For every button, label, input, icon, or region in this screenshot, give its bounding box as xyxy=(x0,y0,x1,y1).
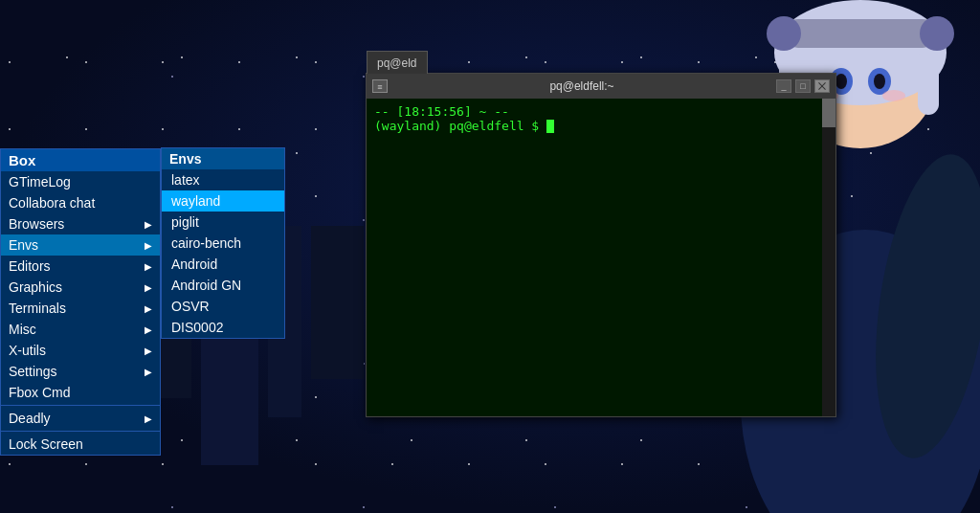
menu-item-deadly[interactable]: Deadly ▶ xyxy=(1,408,160,429)
svg-point-7 xyxy=(920,16,954,51)
menu-divider-2 xyxy=(1,431,160,432)
submenu-arrow-envs: ▶ xyxy=(145,240,152,251)
envs-item-wayland[interactable]: wayland xyxy=(162,190,284,212)
envs-submenu-header: Envs xyxy=(162,148,284,169)
svg-rect-5 xyxy=(784,19,937,48)
submenu-arrow-deadly: ▶ xyxy=(145,413,152,424)
menu-item-terminals[interactable]: Terminals ▶ xyxy=(1,298,160,319)
menu-item-browsers[interactable]: Browsers ▶ xyxy=(1,213,160,234)
menu-item-graphics[interactable]: Graphics ▶ xyxy=(1,277,160,298)
menu-item-editors[interactable]: Editors ▶ xyxy=(1,256,160,277)
menu-divider xyxy=(1,405,160,406)
submenu-arrow-xutils: ▶ xyxy=(145,346,152,356)
menu-item-gtimelog[interactable]: GTimeLog xyxy=(1,171,160,192)
menu-item-settings[interactable]: Settings ▶ xyxy=(1,361,160,382)
terminal-line-1: -- [18:15:56] ~ -- xyxy=(374,104,828,119)
submenu-arrow-settings: ▶ xyxy=(145,367,152,377)
menu-container: Box GTimeLog Collabora chat Browsers ▶ E… xyxy=(0,148,285,456)
submenu-arrow-terminals: ▶ xyxy=(145,303,152,314)
terminal-close-button[interactable] xyxy=(814,79,830,93)
terminal-titlebar: ≡ pq@eldfell:~ _ □ xyxy=(367,74,835,99)
envs-item-dis0002[interactable]: DIS0002 xyxy=(162,317,284,338)
envs-item-android-gn[interactable]: Android GN xyxy=(162,275,284,296)
terminal-title: pq@eldfell:~ xyxy=(391,79,772,93)
menu-item-xutils[interactable]: X-utils ▶ xyxy=(1,340,160,361)
svg-point-10 xyxy=(835,74,847,89)
main-menu: Box GTimeLog Collabora chat Browsers ▶ E… xyxy=(0,148,161,456)
menu-item-envs[interactable]: Envs ▶ xyxy=(1,234,160,256)
terminal-scrollbar-thumb[interactable] xyxy=(822,99,835,127)
svg-point-11 xyxy=(874,74,885,89)
svg-point-6 xyxy=(767,16,801,51)
menu-item-fboxcmd[interactable]: Fbox Cmd xyxy=(1,382,160,403)
envs-submenu: Envs latex wayland piglit cairo-bench An… xyxy=(161,147,285,339)
svg-rect-4 xyxy=(918,48,939,115)
terminal-tab[interactable]: pq@eld xyxy=(367,51,428,74)
menu-item-lockscreen[interactable]: Lock Screen xyxy=(1,434,160,455)
submenu-arrow-browsers: ▶ xyxy=(145,219,152,230)
terminal-maximize-button[interactable]: □ xyxy=(795,79,811,93)
envs-item-cairo-bench[interactable]: cairo-bench xyxy=(162,233,284,254)
terminal-minimize-button[interactable]: _ xyxy=(776,79,791,93)
submenu-arrow-editors: ▶ xyxy=(145,261,152,272)
terminal-window: pq@eld ≡ pq@eldfell:~ _ □ -- [18:15:56] … xyxy=(366,73,836,417)
menu-header: Box xyxy=(1,149,160,171)
envs-item-piglit[interactable]: piglit xyxy=(162,212,284,233)
envs-item-android[interactable]: Android xyxy=(162,254,284,275)
terminal-body: -- [18:15:56] ~ -- (wayland) pq@eldfell … xyxy=(367,99,835,416)
submenu-arrow-graphics: ▶ xyxy=(145,282,152,293)
submenu-arrow-misc: ▶ xyxy=(145,324,152,335)
terminal-menu-button[interactable]: ≡ xyxy=(372,79,388,93)
envs-item-latex[interactable]: latex xyxy=(162,169,284,190)
menu-item-collabora[interactable]: Collabora chat xyxy=(1,192,160,213)
menu-item-misc[interactable]: Misc ▶ xyxy=(1,319,160,340)
envs-item-osvr[interactable]: OSVR xyxy=(162,296,284,317)
svg-point-13 xyxy=(882,90,905,101)
terminal-line-2: (wayland) pq@eldfell $ xyxy=(374,119,828,133)
terminal-cursor xyxy=(546,120,554,133)
terminal-scrollbar[interactable] xyxy=(822,99,835,416)
